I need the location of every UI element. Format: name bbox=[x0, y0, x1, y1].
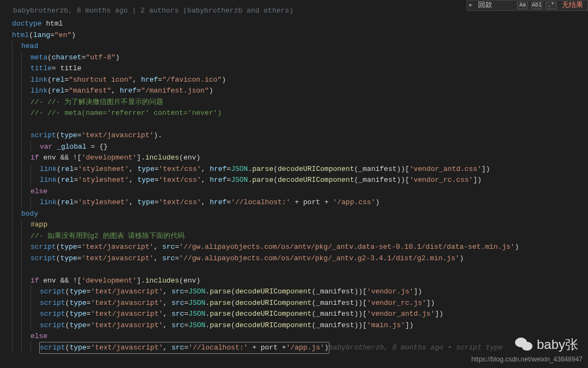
code-text: else bbox=[30, 331, 47, 342]
chevron-right-icon[interactable]: ▶ bbox=[469, 0, 473, 11]
code-text: //- //- 为了解决微信图片不显示的问题 bbox=[30, 97, 163, 108]
code-line[interactable]: #app bbox=[12, 219, 588, 231]
code-text: //- //- meta(name='referrer' content='ne… bbox=[30, 108, 222, 119]
search-no-results: 无结果 bbox=[560, 0, 585, 11]
code-text: link(rel='stylesheet', type='text/css', … bbox=[40, 197, 379, 208]
code-line[interactable]: html(lang="en") bbox=[12, 30, 588, 41]
code-line[interactable]: script(type='text/javascript', src='//lo… bbox=[12, 342, 588, 354]
code-text: link(rel='stylesheet', type='text/css', … bbox=[40, 164, 490, 175]
source-url-watermark: https://blog.csdn.net/weixin_43648947 bbox=[471, 354, 583, 365]
code-text: script(type='text/javascript', src=JSON.… bbox=[40, 309, 443, 320]
editor-find-widget[interactable]: ▶ 回款 Aa Abl .* 无结果 bbox=[467, 0, 588, 11]
code-line[interactable]: link(rel="shortcut icon", href="/favicon… bbox=[12, 75, 588, 86]
code-text: script(type='text/javascript', src=JSON.… bbox=[40, 320, 414, 331]
code-editor[interactable]: doctype htmlhtml(lang="en")headmeta(char… bbox=[0, 19, 588, 353]
regex-button[interactable]: .* bbox=[546, 2, 556, 9]
code-text: //- 如果没有用到g2 的图表 请移除下面的代码 bbox=[30, 231, 185, 242]
code-text: link(rel='stylesheet', type='text/css', … bbox=[40, 175, 482, 186]
code-text: link(rel="manifest", href="/manifest.jso… bbox=[30, 85, 213, 96]
code-text: else bbox=[30, 186, 47, 197]
search-input[interactable]: 回款 bbox=[476, 0, 514, 11]
code-text: if env && !['development'].includes(env) bbox=[30, 152, 200, 163]
code-text: script(type='text/javascript', src='//gw… bbox=[30, 242, 519, 253]
code-text: head bbox=[21, 41, 38, 52]
code-text: body bbox=[21, 208, 38, 219]
code-line[interactable]: title= title bbox=[12, 63, 588, 75]
code-line[interactable]: body bbox=[12, 208, 588, 220]
code-line[interactable]: script(type='text/javascript', src=JSON.… bbox=[12, 298, 588, 309]
code-text: link(rel="shortcut icon", href="/favicon… bbox=[30, 75, 226, 85]
code-line[interactable]: link(rel='stylesheet', type='text/css', … bbox=[12, 164, 588, 175]
code-line[interactable]: link(rel='stylesheet', type='text/css', … bbox=[12, 197, 588, 208]
wechat-icon bbox=[514, 336, 534, 353]
code-text: script(type='text/javascript'). bbox=[30, 130, 162, 141]
code-line[interactable]: link(rel='stylesheet', type='text/css', … bbox=[12, 175, 588, 186]
code-text: script(type='text/javascript', src='//lo… bbox=[40, 342, 329, 353]
code-line[interactable]: script(type='text/javascript', src='//gw… bbox=[12, 253, 588, 265]
code-text: script(type='text/javascript', src=JSON.… bbox=[40, 298, 435, 309]
code-text: script(type='text/javascript', src=JSON.… bbox=[40, 286, 422, 297]
code-text: title= title bbox=[30, 63, 82, 74]
wechat-watermark-name: baby张 bbox=[537, 339, 578, 350]
code-line[interactable]: //- //- meta(name='referrer' content='ne… bbox=[12, 108, 588, 119]
code-text: script(type='text/javascript', src='//gw… bbox=[30, 253, 464, 264]
code-line[interactable]: script(type='text/javascript'). bbox=[12, 130, 588, 142]
match-whole-word-button[interactable]: Abl bbox=[531, 2, 542, 9]
match-case-button[interactable]: Aa bbox=[517, 2, 528, 9]
code-line[interactable]: if env && !['development'].includes(env) bbox=[12, 275, 588, 287]
code-line[interactable]: script(type='text/javascript', src='//gw… bbox=[12, 242, 588, 253]
code-line[interactable]: //- //- 为了解决微信图片不显示的问题 bbox=[12, 97, 588, 108]
code-line[interactable]: //- 如果没有用到g2 的图表 请移除下面的代码 bbox=[12, 231, 588, 242]
code-line[interactable]: else bbox=[12, 186, 588, 198]
code-line[interactable]: meta(charset="utf-8") bbox=[12, 52, 588, 64]
code-text: if env && !['development'].includes(env) bbox=[30, 275, 200, 286]
code-line[interactable]: if env && !['development'].includes(env) bbox=[12, 152, 588, 164]
wechat-watermark: baby张 bbox=[514, 336, 578, 353]
code-line[interactable]: else bbox=[12, 331, 588, 342]
code-text: meta(charset="utf-8") bbox=[30, 52, 120, 63]
code-line[interactable]: script(type='text/javascript', src=JSON.… bbox=[12, 320, 588, 332]
code-line[interactable]: link(rel="manifest", href="/manifest.jso… bbox=[12, 85, 588, 97]
code-line[interactable]: var _global = {} bbox=[12, 142, 588, 153]
code-text: var _global = {} bbox=[40, 142, 108, 152]
code-line[interactable]: doctype html bbox=[12, 19, 588, 30]
code-text: #app bbox=[30, 219, 47, 230]
code-text: html(lang="en") bbox=[12, 30, 76, 41]
code-line[interactable] bbox=[12, 119, 588, 131]
inline-blame: babybrotherzb, 8 months ago • script typ… bbox=[329, 342, 503, 353]
code-line[interactable]: head bbox=[12, 41, 588, 52]
code-line[interactable] bbox=[12, 264, 588, 275]
code-line[interactable]: script(type='text/javascript', src=JSON.… bbox=[12, 309, 588, 320]
code-text: doctype html bbox=[12, 19, 63, 29]
code-line[interactable]: script(type='text/javascript', src=JSON.… bbox=[12, 286, 588, 298]
